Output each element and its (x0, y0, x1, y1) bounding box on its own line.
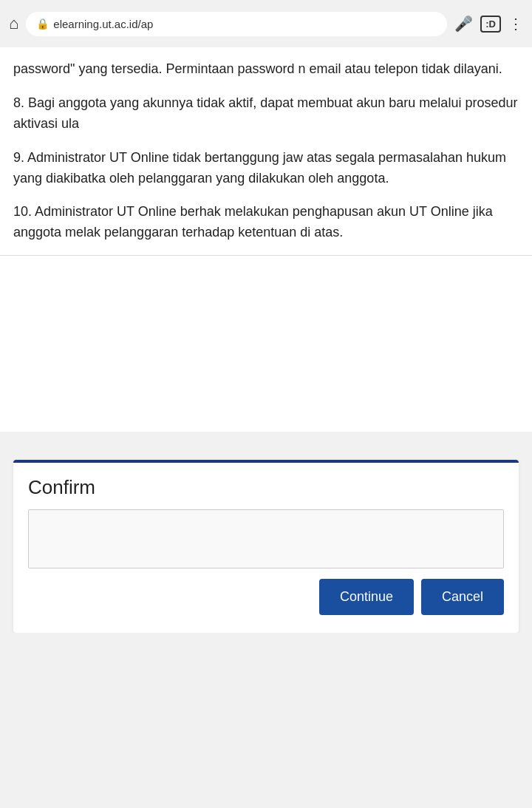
more-menu-icon[interactable]: ⋮ (508, 15, 523, 33)
home-icon[interactable]: ⌂ (9, 14, 18, 33)
cancel-button[interactable]: Cancel (421, 579, 504, 615)
terms-content: password" yang tersedia. Permintaan pass… (0, 47, 532, 256)
dialog-input-area[interactable] (28, 509, 504, 568)
address-bar[interactable]: 🔒 elearning.ut.ac.id/ap (26, 12, 447, 36)
url-text: elearning.ut.ac.id/ap (53, 18, 153, 30)
page-content: password" yang tersedia. Permintaan pass… (0, 47, 532, 432)
dialog-title: Confirm (28, 476, 504, 499)
terms-paragraph-2: 8. Bagi anggota yang akunnya tidak aktif… (13, 93, 519, 135)
continue-button[interactable]: Continue (319, 579, 414, 615)
dialog-buttons: Continue Cancel (28, 579, 504, 618)
terms-paragraph-4: 10. Administrator UT Online berhak melak… (13, 202, 519, 243)
browser-bar: ⌂ 🔒 elearning.ut.ac.id/ap 🎤 :D ⋮ (0, 0, 532, 47)
spacer (0, 432, 532, 460)
confirm-dialog: Confirm Continue Cancel (13, 460, 519, 633)
bottom-area (0, 633, 532, 808)
lock-icon: 🔒 (36, 18, 49, 30)
dialog-body: Confirm Continue Cancel (13, 463, 519, 633)
terms-paragraph-1: password" yang tersedia. Permintaan pass… (13, 59, 519, 80)
mic-icon[interactable]: 🎤 (454, 15, 473, 33)
tab-icon[interactable]: :D (480, 16, 501, 33)
terms-paragraph-3: 9. Administrator UT Online tidak bertang… (13, 148, 519, 189)
